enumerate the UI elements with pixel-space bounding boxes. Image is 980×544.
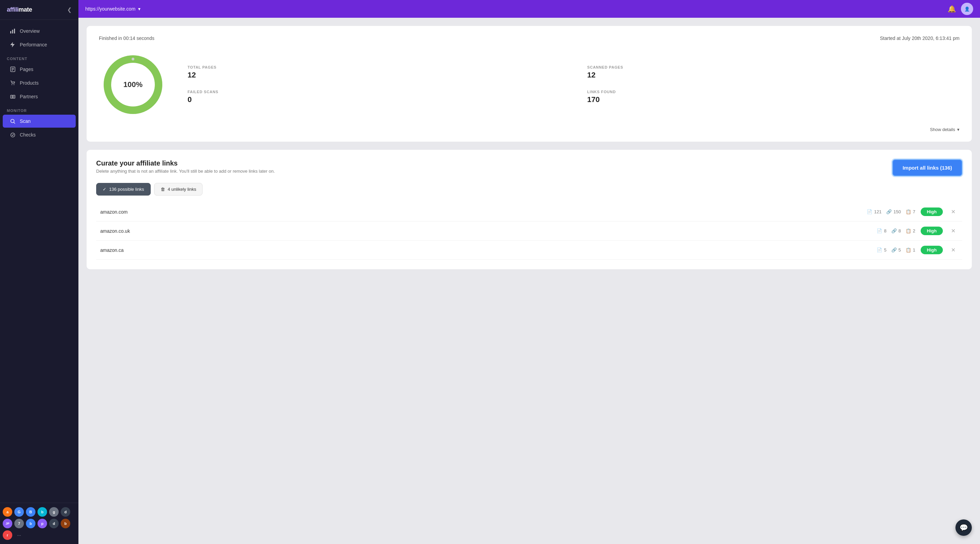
sidebar-item-performance-label: Performance (20, 42, 47, 48)
products-icon (10, 80, 16, 86)
partner-logo-jp[interactable]: JP (3, 519, 12, 528)
pages-count: 121 (874, 209, 881, 214)
badge-high-amazon-com: High (921, 207, 943, 216)
badge-high-amazon-co-uk: High (921, 227, 943, 235)
table-row: amazon.com 📄 121 🔗 150 📋 7 (96, 203, 962, 222)
sidebar-item-overview[interactable]: Overview (3, 25, 76, 38)
remove-row-amazon-com[interactable]: ✕ (948, 207, 958, 216)
row-pages-stat: 📄 5 (877, 247, 886, 252)
main-area: https://yourwebsite.com ▾ 🔔 👤 Finished i… (78, 0, 980, 544)
links-count: 150 (893, 209, 901, 214)
table-row: amazon.co.uk 📄 8 🔗 8 📋 2 (96, 222, 962, 241)
show-details-label: Show details (930, 127, 955, 132)
sidebar-collapse-button[interactable]: ❮ (67, 6, 72, 13)
partner-logo-7[interactable]: 7 (14, 519, 24, 528)
partner-logo-purple[interactable]: p (38, 519, 47, 528)
pages-count: 8 (884, 228, 886, 233)
failed-scans-label: FAILED SCANS (188, 90, 560, 94)
partner-logo-amazon[interactable]: a (3, 507, 12, 517)
content-section-label: CONTENT (0, 52, 78, 62)
checks-icon (10, 132, 16, 138)
links-found-value: 170 (587, 95, 959, 104)
row-docs-stat: 📋 2 (906, 228, 915, 233)
svg-rect-1 (12, 30, 13, 34)
avatar[interactable]: 👤 (961, 3, 973, 15)
bar-chart-icon (10, 28, 16, 34)
svg-rect-9 (11, 95, 13, 98)
row-docs-stat: 📋 7 (906, 209, 915, 214)
svg-point-8 (13, 84, 14, 85)
table-row: amazon.ca 📄 5 🔗 5 📋 1 (96, 241, 962, 260)
sidebar-item-scan[interactable]: Scan (3, 115, 76, 128)
curate-section: Curate your affiliate links Delete anyth… (87, 150, 972, 269)
row-domain-amazon-com: amazon.com (100, 209, 861, 215)
scan-body: 100% TOTAL PAGES 12 SCANNED PAGES 12 FAI… (99, 51, 959, 119)
tab-unlikely-label: 4 unlikely links (168, 187, 196, 192)
partner-logo-gray[interactable]: g (49, 507, 59, 517)
pages-icon: 📄 (877, 228, 882, 233)
sidebar-item-performance[interactable]: Performance (3, 38, 76, 51)
curate-header: Curate your affiliate links Delete anyth… (96, 160, 962, 176)
partner-logo-blue[interactable]: b (38, 507, 47, 517)
docs-count: 1 (913, 247, 915, 252)
show-details-button[interactable]: Show details ▾ (930, 127, 959, 132)
tab-unlikely-links[interactable]: 🗑 4 unlikely links (154, 183, 203, 196)
url-text: https://yourwebsite.com (85, 6, 135, 11)
sidebar-item-partners-label: Partners (20, 94, 38, 99)
sidebar-logo-area: affilimate ❮ (0, 0, 78, 20)
partner-logo-brown[interactable]: b (61, 519, 70, 528)
partner-logo-google[interactable]: G (14, 507, 24, 517)
website-url-selector[interactable]: https://yourwebsite.com ▾ (85, 6, 140, 11)
partner-logo-b[interactable]: B (26, 507, 35, 517)
partner-logos-more[interactable]: ··· (14, 530, 24, 540)
partners-icon (10, 94, 16, 100)
donut-chart: 100% (99, 51, 167, 119)
trash-icon: 🗑 (161, 187, 165, 192)
topbar-actions: 🔔 👤 (948, 3, 973, 15)
partner-logo-b2[interactable]: b (26, 519, 35, 528)
partner-logo-darkgray[interactable]: d (49, 519, 59, 528)
sidebar-item-overview-label: Overview (20, 28, 40, 34)
stat-scanned-pages: SCANNED PAGES 12 (587, 65, 959, 80)
row-stats-amazon-co-uk: 📄 8 🔗 8 📋 2 (877, 228, 915, 233)
sidebar-item-partners[interactable]: Partners (3, 90, 76, 103)
tab-possible-links[interactable]: ✓ 136 possible links (96, 183, 151, 196)
sidebar: affilimate ❮ Overview Performance (0, 0, 78, 544)
started-label: Started at July 20th 2020, 6:13:41 pm (880, 35, 960, 41)
monitor-section-label: MONITOR (0, 104, 78, 114)
remove-row-amazon-ca[interactable]: ✕ (948, 246, 958, 255)
chat-bubble-button[interactable]: 💬 (955, 519, 972, 536)
chevron-down-icon: ▾ (957, 127, 959, 132)
link-icon: 🔗 (891, 247, 897, 252)
pages-icon (10, 66, 16, 72)
svg-point-17 (11, 133, 15, 137)
sidebar-item-checks[interactable]: Checks (3, 128, 76, 141)
row-links-stat: 🔗 5 (891, 247, 901, 252)
partner-logo-dark[interactable]: d (61, 507, 70, 517)
partner-logo-red[interactable]: r (3, 530, 12, 540)
remove-row-amazon-co-uk[interactable]: ✕ (948, 226, 958, 236)
bell-icon[interactable]: 🔔 (948, 5, 956, 13)
links-count: 8 (899, 228, 901, 233)
avatar-initials: 👤 (964, 6, 970, 11)
import-all-links-button[interactable]: Import all links (136) (892, 160, 962, 176)
row-stats-amazon-ca: 📄 5 🔗 5 📋 1 (877, 247, 915, 252)
sidebar-item-products[interactable]: Products (3, 77, 76, 89)
sidebar-item-pages[interactable]: Pages (3, 63, 76, 76)
stat-failed-scans: FAILED SCANS 0 (188, 90, 560, 104)
scan-footer: Show details ▾ (99, 127, 959, 132)
chevron-down-icon: ▾ (138, 6, 140, 11)
svg-point-7 (11, 84, 12, 85)
links-count: 5 (899, 247, 901, 252)
links-table: amazon.com 📄 121 🔗 150 📋 7 (96, 203, 962, 260)
svg-point-20 (132, 58, 134, 61)
failed-scans-value: 0 (188, 95, 560, 104)
check-icon: ✓ (103, 187, 107, 192)
pages-count: 5 (884, 247, 886, 252)
row-pages-stat: 📄 121 (867, 209, 881, 214)
sidebar-item-scan-label: Scan (20, 118, 31, 124)
curate-subtitle: Delete anything that is not an affiliate… (96, 169, 275, 174)
doc-icon: 📋 (906, 247, 911, 252)
scan-result-card: Finished in 00:14 seconds Started at Jul… (87, 26, 972, 142)
finished-label: Finished in 00:14 seconds (99, 35, 154, 41)
